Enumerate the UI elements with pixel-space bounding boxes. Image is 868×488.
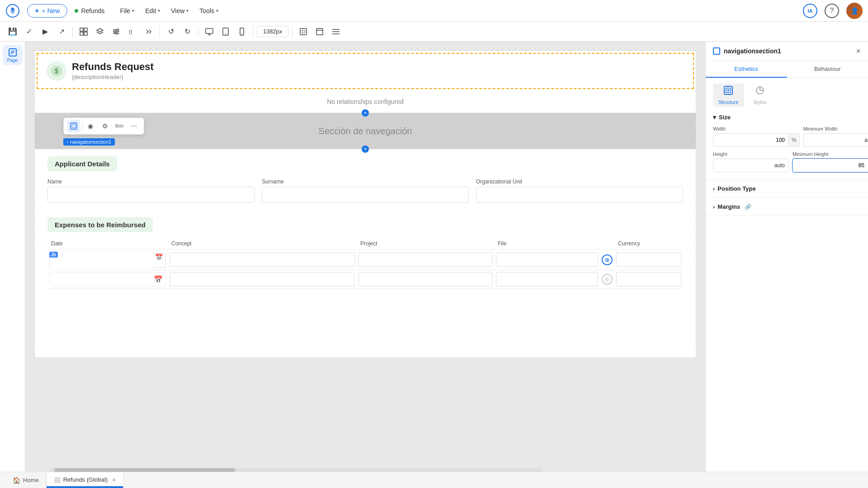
file-input-1[interactable] — [496, 253, 598, 267]
concept-input-2[interactable] — [170, 272, 355, 286]
nav-section-top-dot[interactable]: + — [362, 109, 369, 117]
name-input[interactable] — [47, 187, 255, 203]
component-toolbar: ◉ ⚙ R00 ⋯ — [63, 117, 144, 135]
chevron-code-button[interactable] — [142, 24, 156, 39]
svg-rect-22 — [316, 28, 323, 35]
px-display[interactable]: 1382px — [257, 26, 288, 37]
svg-rect-3 — [80, 32, 83, 35]
panel-close-button[interactable]: × — [856, 47, 861, 55]
tab-esthetics[interactable]: Esthetics — [706, 61, 787, 78]
surname-input[interactable] — [262, 187, 469, 203]
margins-section[interactable]: › Margins 🔗 — [706, 198, 868, 216]
play-button[interactable]: ▶ — [38, 24, 52, 39]
separator2 — [160, 26, 160, 37]
styles-label: Styles — [753, 99, 767, 105]
tab-behaviour[interactable]: Behaviour — [787, 61, 868, 78]
edit-menu[interactable]: Edit ▾ — [141, 5, 165, 17]
form-title-area: Refunds Request {descriptionHeader} — [72, 61, 154, 80]
size-label: Size — [719, 114, 731, 121]
form-icon: $ — [47, 61, 66, 81]
logo-icon[interactable] — [5, 4, 20, 18]
help-button[interactable]: ? — [825, 4, 839, 18]
applicant-form-row: Name Surname Organizational Unit — [47, 178, 683, 203]
height-input[interactable] — [713, 159, 789, 172]
svg-point-9 — [117, 29, 118, 31]
date-input-1[interactable] — [50, 253, 152, 268]
file-menu[interactable]: File ▾ — [116, 5, 139, 17]
subtab-styles[interactable]: Styles — [748, 84, 772, 107]
min-width-input[interactable] — [803, 133, 868, 147]
nav-section-badge[interactable]: ‹ navigationsection1 — [63, 138, 115, 145]
view-menu[interactable]: View ▾ — [166, 5, 193, 17]
ia-button[interactable]: IA — [803, 4, 817, 18]
org-unit-input[interactable] — [476, 187, 683, 203]
currency-input-2[interactable] — [616, 272, 681, 286]
code-button[interactable]: {} — [125, 24, 140, 39]
layers-button[interactable] — [93, 24, 107, 39]
size-chevron-icon: ▾ — [713, 114, 716, 121]
badge-label: navigationsection1 — [70, 139, 111, 145]
currency-input-1[interactable] — [616, 253, 681, 267]
nav-section-bottom-dot[interactable]: + — [362, 145, 369, 153]
sliders-button[interactable] — [109, 24, 123, 39]
bottom-tab-home[interactable]: 🏠 Home — [5, 472, 47, 488]
comp-tool-more[interactable]: ⋯ — [127, 120, 140, 132]
comp-tool-ref[interactable]: R00 — [113, 120, 126, 132]
position-type-chevron-icon: › — [713, 185, 715, 192]
tools-menu[interactable]: Tools ▾ — [195, 5, 223, 17]
min-width-field: Minimum Width — [803, 126, 868, 147]
sidebar-page-label: Page — [7, 58, 18, 63]
calendar-icon-2[interactable]: 📅 — [154, 275, 163, 284]
margins-label: Margins — [717, 203, 740, 210]
bottom-tab-refunds[interactable]: ⬜ Refunds (Global) × — [47, 472, 123, 488]
project-input-1[interactable] — [359, 253, 492, 267]
form-title: Refunds Request — [72, 61, 154, 73]
comp-tool-color[interactable]: ◉ — [84, 120, 97, 132]
applicant-section-title: Applicant Details — [47, 156, 117, 171]
home-icon: 🏠 — [13, 477, 20, 484]
tablet-button[interactable] — [218, 24, 233, 39]
new-button[interactable]: + + New — [27, 4, 67, 18]
undo-button[interactable]: ↺ — [164, 24, 178, 39]
file-input-2[interactable] — [496, 272, 598, 286]
window-button[interactable] — [312, 24, 327, 39]
grid-button[interactable] — [76, 24, 91, 39]
view-chevron-icon: ▾ — [186, 8, 189, 13]
panel-header: navigationsection1 × — [706, 42, 868, 61]
calendar-icon-1[interactable]: 📅 — [152, 253, 165, 261]
save-button[interactable]: 💾 — [5, 24, 20, 39]
project-cell-1 — [357, 250, 494, 270]
export-button[interactable]: ↗ — [54, 24, 69, 39]
upload-icon-2[interactable]: ⊕ — [602, 274, 613, 285]
redo-button[interactable]: ↻ — [180, 24, 194, 39]
check-button[interactable]: ✓ — [22, 24, 36, 39]
col-date-header: Date — [47, 238, 168, 250]
concept-input-1[interactable] — [170, 253, 355, 267]
phone-button[interactable] — [235, 24, 249, 39]
component-name-label: navigationsection1 — [724, 47, 781, 55]
position-type-section[interactable]: › Position Type — [706, 180, 868, 198]
upload-icon-1[interactable]: ⊕ — [602, 254, 613, 265]
subtab-structure[interactable]: Structure — [713, 84, 744, 107]
comp-tool-settings[interactable]: ⚙ — [99, 120, 111, 132]
expand-button[interactable] — [296, 24, 311, 39]
settings-lines-button[interactable] — [329, 24, 343, 39]
tab-close-button[interactable]: × — [112, 476, 116, 483]
comp-tool-structure[interactable] — [67, 120, 80, 132]
svg-point-37 — [727, 89, 729, 91]
size-section: ▾ Size Width % Minimum Width Maximum — [706, 107, 868, 180]
width-input[interactable] — [713, 137, 788, 143]
avatar[interactable]: 👤 — [846, 3, 863, 19]
col-currency-header: Currency — [614, 238, 683, 250]
refunds-tab[interactable]: Refunds — [75, 7, 104, 14]
svg-rect-31 — [71, 123, 77, 129]
surname-field: Surname — [262, 178, 469, 203]
size-section-title[interactable]: ▾ Size — [713, 114, 861, 121]
project-input-2[interactable] — [359, 272, 492, 286]
monitor-button[interactable] — [202, 24, 217, 39]
sidebar-page-icon[interactable]: Page — [3, 45, 23, 65]
min-height-input[interactable] — [793, 162, 868, 169]
col-concept-header: Concept — [168, 238, 357, 250]
svg-text:$: $ — [55, 67, 58, 75]
svg-text:{}: {} — [129, 29, 132, 34]
